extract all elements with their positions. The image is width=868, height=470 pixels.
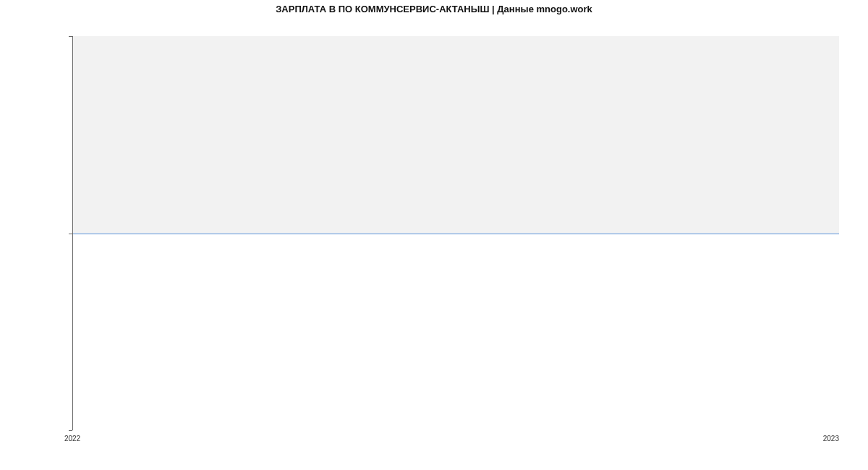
ytick-mark-top (69, 36, 72, 37)
ytick-mark-bot (69, 430, 72, 431)
y-axis-line (72, 36, 73, 430)
chart-title: ЗАРПЛАТА В ПО КОММУНСЕРВИС-АКТАНЫШ | Дан… (0, 0, 868, 14)
data-line (72, 234, 839, 234)
xtick-label-left: 2022 (64, 435, 80, 443)
area-fill (72, 36, 839, 234)
plot-area (72, 36, 839, 430)
xtick-label-right: 2023 (823, 435, 839, 443)
plot-background (72, 36, 839, 430)
ytick-mark-mid (69, 234, 72, 234)
